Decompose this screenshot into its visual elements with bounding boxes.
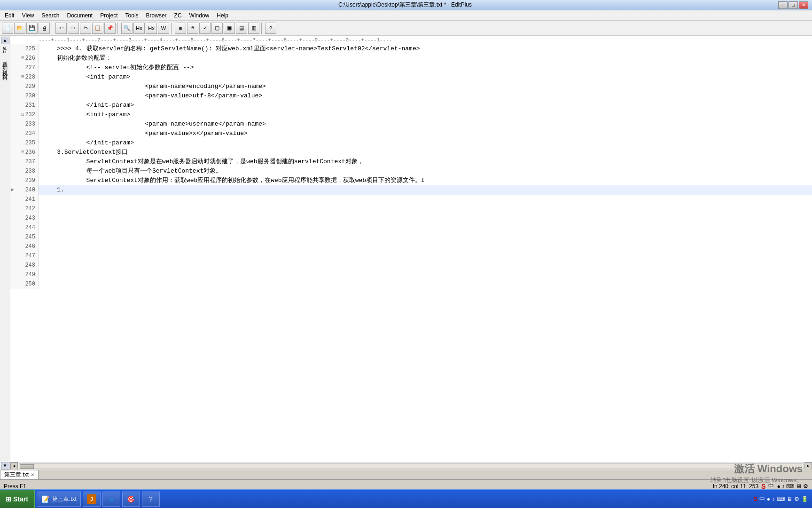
hscroll-right[interactable]: ▶ <box>804 462 812 470</box>
menu-item-browser[interactable]: Browser <box>142 11 171 20</box>
code-line-240[interactable]: ▶240 1. <box>10 185 812 195</box>
sidebar-up-arrow[interactable]: ▲ <box>1 37 9 44</box>
toolbar-align[interactable]: ≡ <box>175 23 186 34</box>
menu-item-help[interactable]: Help <box>213 11 232 20</box>
toolbar-col[interactable]: # <box>187 23 198 34</box>
menu-item-zc[interactable]: ZC <box>171 11 186 20</box>
code-line-226[interactable]: ⊟226 初始化参数的配置： <box>10 54 812 63</box>
code-line-227[interactable]: 227 <!-- servlet初始化参数的配置 --> <box>10 63 812 72</box>
taskbar-app3[interactable]: 🎯 <box>122 492 140 507</box>
code-line-235[interactable]: 235 </init-param> <box>10 138 812 148</box>
code-line-238[interactable]: 238 每一个web项目只有一个ServletContext对象。 <box>10 167 812 176</box>
toolbar-paste[interactable]: 📌 <box>104 23 116 34</box>
code-line-229[interactable]: 229 <param-name>encoding</param-name> <box>10 82 812 91</box>
sidebar-label-col[interactable]: 列 <box>0 60 9 64</box>
toolbar-check[interactable]: ✓ <box>199 23 211 34</box>
minimize-button[interactable]: ─ <box>778 1 788 9</box>
code-line-246[interactable]: 246 <box>10 242 812 251</box>
system-tray: S 中 ● ♪ ⌨ 🖥 ⚙ 🔋 <box>754 495 812 503</box>
code-line-237[interactable]: 237 ServletContext对象是在web服务器启动时就创建了，是web… <box>10 157 812 167</box>
status-icons: ● ♪ ⌨ 🖥 ⚙ <box>777 483 808 490</box>
toolbar-w[interactable]: W <box>158 23 169 34</box>
line-content-225: >>>> 4. 获取servlet的名称: getServletName(): … <box>39 44 812 54</box>
fold-icon-228[interactable]: ⊟ <box>19 72 24 82</box>
code-line-243[interactable]: 243 <box>10 214 812 223</box>
line-content-236: 3.ServletContext接口 <box>39 148 812 157</box>
line-content-239: ServletContext对象的作用：获取web应用程序的初始化参数，在web… <box>39 176 812 185</box>
code-line-236[interactable]: ⊟236 3.ServletContext接口 <box>10 148 812 157</box>
tray-icon-s: S <box>754 496 757 502</box>
code-line-249[interactable]: 249 <box>10 270 812 279</box>
code-line-247[interactable]: 247 <box>10 251 812 261</box>
code-line-228[interactable]: ⊟228 <init-param> <box>10 72 812 82</box>
fold-icon-236[interactable]: ⊟ <box>19 148 24 157</box>
toolbar-search[interactable]: 🔍 <box>121 23 133 34</box>
code-line-242[interactable]: 242 <box>10 204 812 214</box>
tray-icon-monitor: 🖥 <box>787 496 792 502</box>
fold-icon-226[interactable]: ⊟ <box>19 54 24 63</box>
menu-item-view[interactable]: View <box>18 11 38 20</box>
code-line-230[interactable]: 230 <param-value>utf-8</param-value> <box>10 91 812 101</box>
hscroll-track[interactable] <box>19 463 804 469</box>
hscroll-left[interactable]: ◀ <box>10 462 18 470</box>
code-line-233[interactable]: 233 <param-name>username</param-name> <box>10 119 812 129</box>
menu-item-window[interactable]: Window <box>186 11 213 20</box>
fold-icon-232[interactable]: ⊟ <box>19 110 24 119</box>
sidebar-label-video[interactable]: 视频 <box>0 64 9 68</box>
toolbar-help[interactable]: ? <box>265 23 276 34</box>
java-icon: J <box>87 494 96 504</box>
toolbar-box2[interactable]: ▣ <box>224 23 235 34</box>
tab-close-icon[interactable]: ✕ <box>31 472 34 477</box>
close-button[interactable]: ✕ <box>799 1 808 9</box>
maximize-button[interactable]: □ <box>789 1 798 9</box>
taskbar-ie[interactable]: e <box>102 492 120 507</box>
sidebar-down-arrow[interactable]: ▼ <box>1 462 9 469</box>
toolbar-replace[interactable]: Hx <box>133 23 145 34</box>
code-line-234[interactable]: 234 <param-value>x</param-value> <box>10 129 812 138</box>
code-line-245[interactable]: 245 <box>10 232 812 242</box>
sidebar-label-chapter3[interactable]: 三章 <box>0 56 9 60</box>
toolbar-box1[interactable]: ▢ <box>211 23 223 34</box>
sidebar-label-data[interactable]: 料 <box>0 69 9 72</box>
toolbar-open[interactable]: 📂 <box>14 23 25 34</box>
menu-item-edit[interactable]: Edit <box>1 11 18 20</box>
tray-icon-zh: 中 <box>759 495 765 503</box>
taskbar-app4[interactable]: ? <box>142 492 160 507</box>
line-arrow-237 <box>10 157 15 167</box>
line-arrow-247 <box>10 251 15 261</box>
line-arrow-231 <box>10 101 15 110</box>
start-button[interactable]: ⊞ Start <box>0 490 35 508</box>
line-number-243: 243 <box>15 214 39 223</box>
code-line-248[interactable]: 248 <box>10 261 812 270</box>
toolbar-print[interactable]: 🖨 <box>39 23 50 34</box>
tray-icon-gear: ⚙ <box>794 496 799 502</box>
code-line-250[interactable]: 250 <box>10 279 812 289</box>
menu-item-project[interactable]: Project <box>96 11 121 20</box>
toolbar-cut[interactable]: ✂ <box>80 23 91 34</box>
code-area[interactable]: 225 >>>> 4. 获取servlet的名称: getServletName… <box>10 44 812 462</box>
code-line-231[interactable]: 231 </init-param> <box>10 101 812 110</box>
hscroll-thumb[interactable] <box>20 464 34 469</box>
toolbar-undo[interactable]: ↩ <box>55 23 67 34</box>
toolbar-box4[interactable]: ▥ <box>248 23 259 34</box>
taskbar-editplus[interactable]: 📝 第三章.txt <box>37 492 81 507</box>
toolbar-box3[interactable]: ▤ <box>236 23 247 34</box>
code-line-244[interactable]: 244 <box>10 223 812 232</box>
code-line-225[interactable]: 225 >>>> 4. 获取servlet的名称: getServletName… <box>10 44 812 54</box>
toolbar-save[interactable]: 💾 <box>26 23 38 34</box>
code-line-239[interactable]: 239 ServletContext对象的作用：获取web应用程序的初始化参数，… <box>10 176 812 185</box>
tab-chapter3[interactable]: 第三章.txt ✕ <box>0 470 39 479</box>
toolbar-hex[interactable]: Hx <box>146 23 157 34</box>
menu-item-search[interactable]: Search <box>38 11 63 20</box>
toolbar-redo[interactable]: ↪ <box>68 23 79 34</box>
line-number-229: 229 <box>15 82 39 91</box>
sidebar-label-sto[interactable]: sto <box>1 45 9 56</box>
toolbar-copy[interactable]: 📋 <box>92 23 103 34</box>
code-line-241[interactable]: 241 <box>10 195 812 204</box>
menu-item-document[interactable]: Document <box>63 11 97 20</box>
line-content-248 <box>39 261 812 270</box>
menu-item-tools[interactable]: Tools <box>122 11 142 20</box>
toolbar-new[interactable]: 📄 <box>2 23 13 34</box>
code-line-232[interactable]: ⊟232 <init-param> <box>10 110 812 119</box>
taskbar-java[interactable]: J <box>83 492 101 507</box>
